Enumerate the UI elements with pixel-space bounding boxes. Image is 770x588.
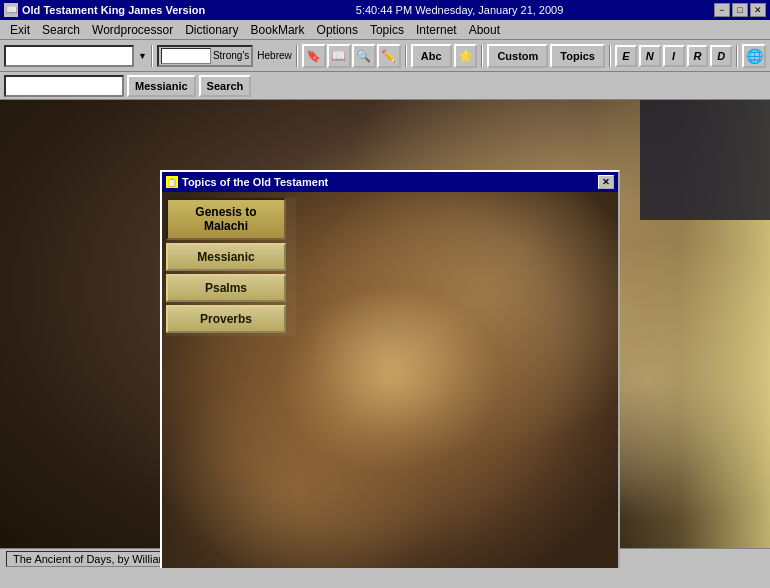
menu-bar: Exit Search Wordprocessor Dictionary Boo… <box>0 20 770 40</box>
dark-corner <box>640 100 770 220</box>
menu-about[interactable]: About <box>463 21 506 39</box>
separator-2 <box>296 45 298 67</box>
separator-3 <box>405 45 407 67</box>
i-button[interactable]: I <box>663 45 685 67</box>
menu-item-genesis[interactable]: Genesis to Malachi <box>166 198 286 240</box>
search-input[interactable] <box>4 45 134 67</box>
separator-6 <box>736 45 738 67</box>
title-bar: 📖 Old Testament King James Version 5:40:… <box>0 0 770 20</box>
custom-button[interactable]: Custom <box>487 44 548 68</box>
dialog-title-text: 📋 Topics of the Old Testament <box>166 176 328 188</box>
search-input-2[interactable] <box>4 75 124 97</box>
minimize-button[interactable]: − <box>714 3 730 17</box>
r-button[interactable]: R <box>687 45 709 67</box>
app-icon: 📖 <box>4 3 18 17</box>
d-button[interactable]: D <box>710 45 732 67</box>
separator-5 <box>609 45 611 67</box>
datetime: 5:40:44 PM Wednesday, January 21, 2009 <box>356 4 564 16</box>
menu-wordprocessor[interactable]: Wordprocessor <box>86 21 179 39</box>
messianic-button[interactable]: Messianic <box>127 75 196 97</box>
star-button[interactable]: ⭐ <box>454 44 478 68</box>
icon-btn-3[interactable]: 🔍 <box>352 44 376 68</box>
strongs-area: Strong's <box>157 45 253 67</box>
e-button[interactable]: E <box>615 45 637 67</box>
menu-dictionary[interactable]: Dictionary <box>179 21 244 39</box>
dialog-icon: 📋 <box>166 176 178 188</box>
separator-4 <box>481 45 483 67</box>
separator-1 <box>151 45 153 67</box>
menu-options[interactable]: Options <box>311 21 364 39</box>
dropdown-arrow-icon: ▼ <box>138 51 147 61</box>
menu-internet[interactable]: Internet <box>410 21 463 39</box>
maximize-button[interactable]: □ <box>732 3 748 17</box>
icon-btn-2[interactable]: 📖 <box>327 44 351 68</box>
strongs-label: Strong's <box>213 50 249 61</box>
menu-search[interactable]: Search <box>36 21 86 39</box>
window-controls: − □ ✕ <box>714 3 766 17</box>
menu-bookmark[interactable]: BookMark <box>245 21 311 39</box>
dialog-close-button[interactable]: ✕ <box>598 175 614 189</box>
toolbar-row2: Messianic Search <box>0 72 770 100</box>
main-area: 📋 Topics of the Old Testament ✕ Genesis … <box>0 100 770 568</box>
menu-item-psalms[interactable]: Psalms <box>166 274 286 302</box>
hebrew-label: Hebrew <box>257 50 291 61</box>
menu-topics[interactable]: Topics <box>364 21 410 39</box>
dialog-menu: Genesis to Malachi Messianic Psalms Prov… <box>166 198 296 336</box>
app-title: Old Testament King James Version <box>22 4 205 16</box>
icon-buttons: 🔖 📖 🔍 ✏️ <box>302 44 401 68</box>
menu-item-proverbs[interactable]: Proverbs <box>166 305 286 333</box>
topics-dialog: 📋 Topics of the Old Testament ✕ Genesis … <box>160 170 620 568</box>
abc-button[interactable]: Abc <box>411 44 452 68</box>
icon-btn-4[interactable]: ✏️ <box>377 44 401 68</box>
menu-item-messianic[interactable]: Messianic <box>166 243 286 271</box>
icon-btn-1[interactable]: 🔖 <box>302 44 326 68</box>
strongs-input[interactable] <box>161 48 211 64</box>
toolbar-row1: ▼ Strong's Hebrew 🔖 📖 🔍 ✏️ Abc ⭐ Custom … <box>0 40 770 72</box>
dialog-title-bar: 📋 Topics of the Old Testament ✕ <box>162 172 618 192</box>
menu-exit[interactable]: Exit <box>4 21 36 39</box>
n-button[interactable]: N <box>639 45 661 67</box>
globe-button[interactable]: 🌐 <box>742 44 766 68</box>
close-button[interactable]: ✕ <box>750 3 766 17</box>
dialog-content: Genesis to Malachi Messianic Psalms Prov… <box>162 192 618 568</box>
topics-button[interactable]: Topics <box>550 44 605 68</box>
search-button[interactable]: Search <box>199 75 252 97</box>
